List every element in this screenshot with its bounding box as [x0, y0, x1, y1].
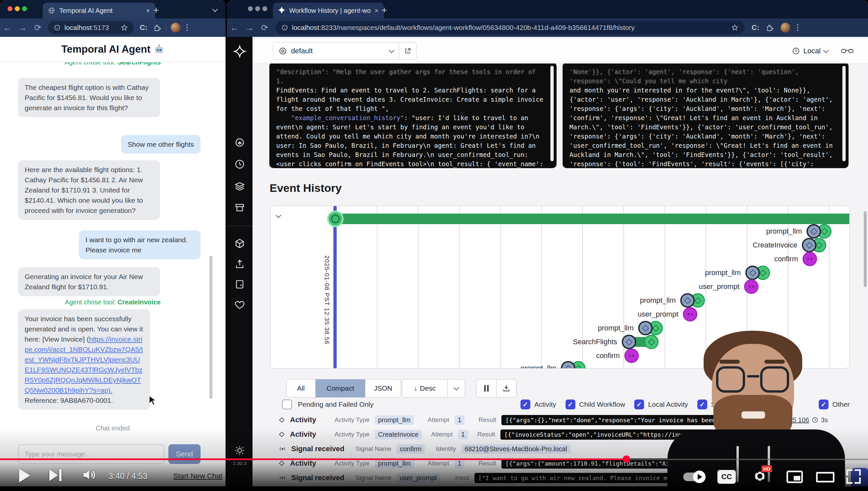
sidebar-batch-icon[interactable]: [234, 202, 245, 213]
puzzle-extensions-icon[interactable]: [153, 24, 161, 32]
close-tab-icon[interactable]: ×: [374, 7, 378, 15]
view-json-button[interactable]: JSON: [365, 379, 401, 397]
bookmark-star-icon[interactable]: [121, 24, 128, 31]
message-input[interactable]: Type your message...: [18, 444, 164, 464]
sort-options-chevron[interactable]: [448, 379, 465, 397]
local-activity-checkbox[interactable]: ✓: [634, 400, 644, 409]
signal-marker: [744, 280, 758, 294]
next-button[interactable]: [49, 469, 61, 481]
view-all-button[interactable]: All: [286, 379, 316, 397]
settings-button[interactable]: HD: [752, 469, 767, 485]
agent-message: Here are the available flight options: 1…: [18, 160, 160, 220]
forward-button[interactable]: →: [242, 23, 257, 33]
miniplayer-button[interactable]: [786, 470, 803, 483]
play-button[interactable]: [19, 469, 30, 483]
close-tab-icon[interactable]: ×: [146, 7, 150, 15]
progress-bar-remaining[interactable]: [626, 459, 868, 460]
namespace-icon: [278, 47, 287, 55]
sidebar-layers-icon[interactable]: [234, 180, 245, 192]
open-namespace-button[interactable]: [399, 42, 416, 60]
sidebar-feedback-heart-icon[interactable]: [234, 299, 245, 310]
browser-menu-icon[interactable]: [797, 24, 798, 31]
back-button[interactable]: ←: [0, 23, 15, 33]
namespace-select[interactable]: default: [273, 42, 399, 60]
volume-icon[interactable]: [82, 467, 97, 483]
timezone-select[interactable]: Local: [792, 47, 828, 55]
view-compact-button[interactable]: Compact: [316, 379, 365, 397]
new-tab-button[interactable]: +: [153, 5, 159, 16]
glasses: [760, 366, 789, 393]
close-window-button[interactable]: [7, 6, 12, 11]
pause-button[interactable]: [476, 379, 496, 397]
chat-scrollbar[interactable]: [210, 256, 212, 399]
fullscreen-button[interactable]: [846, 469, 861, 484]
temporal-logo-icon[interactable]: [232, 45, 247, 59]
collapse-timeline-chevron-icon[interactable]: [276, 212, 281, 218]
profile-avatar[interactable]: [780, 23, 790, 33]
sidebar-docs-icon[interactable]: [234, 279, 245, 290]
window-scrollbar[interactable]: [864, 211, 867, 287]
reload-button[interactable]: ⟳: [257, 23, 272, 33]
tab-search-chevron-icon[interactable]: [212, 7, 218, 12]
forward-button[interactable]: →: [15, 23, 30, 33]
code-panel-right[interactable]: 'None'}}, {'actor': 'agent', 'response':…: [563, 62, 848, 168]
sidebar-schedules-icon[interactable]: [234, 158, 245, 170]
new-tab-button[interactable]: +: [381, 5, 387, 16]
sidebar-workflows-icon[interactable]: [234, 137, 245, 148]
minimize-window-button[interactable]: [255, 6, 260, 11]
extension-icon[interactable]: C:: [140, 23, 147, 32]
zoom-window-button[interactable]: [22, 6, 27, 11]
puzzle-extensions-icon[interactable]: [766, 24, 774, 32]
url-host: localhost: [292, 24, 319, 31]
start-new-chat-link[interactable]: Start New Chat: [173, 472, 222, 481]
tab-temporal-ai-agent[interactable]: Temporal AI Agent ×: [43, 3, 155, 19]
theater-mode-button[interactable]: [816, 472, 834, 483]
sidebar-labs-cube-icon[interactable]: [234, 238, 245, 249]
code-panel-left[interactable]: "description": "Help the user gather arg…: [270, 62, 556, 168]
progress-bar-played[interactable]: [0, 458, 626, 460]
zoom-window-button[interactable]: [262, 6, 267, 11]
address-bar[interactable]: localhost:5173: [48, 21, 134, 34]
download-history-button[interactable]: [496, 379, 516, 397]
workflow-execution-bar[interactable]: [335, 213, 849, 224]
pending-failed-filter[interactable]: Pending and Failed Only: [282, 400, 373, 409]
user-message: I want to go with air new zealand. Pleas…: [79, 230, 200, 259]
browser-menu-icon[interactable]: [186, 24, 188, 31]
progress-playhead[interactable]: [623, 456, 630, 463]
send-button[interactable]: Send: [168, 444, 200, 464]
agent-message: Generating an invoice for your Air New Z…: [18, 267, 160, 296]
signal-marker: [683, 307, 698, 321]
invoice-link[interactable]: https://invoice.stripe.com/i/acct_1NBOLu…: [25, 335, 143, 394]
sidebar-import-icon[interactable]: [234, 258, 245, 269]
labs-glasses-icon[interactable]: [841, 47, 854, 55]
close-window-button[interactable]: [248, 6, 253, 11]
agent-message: The cheapest flight option is with Catha…: [18, 78, 160, 117]
theme-sun-icon[interactable]: [235, 445, 245, 456]
extension-icon[interactable]: C:: [752, 23, 759, 32]
clipped-code-line: 'None'}}, {'actor': 'agent', 'response':…: [569, 67, 837, 86]
pending-failed-checkbox[interactable]: [282, 400, 292, 409]
event-view-segmented-control: All Compact JSON: [286, 379, 401, 398]
left-browser-window: Temporal AI Agent × + ← → ⟳ localhost:51…: [0, 0, 225, 491]
video-letterbox: [0, 486, 868, 491]
minimize-window-button[interactable]: [15, 6, 20, 11]
tab-workflow-history[interactable]: Workflow History | agent-wor ×: [273, 3, 384, 19]
address-bar[interactable]: localhost:8233/namespaces/default/workfl…: [276, 21, 744, 34]
bookmark-star-icon[interactable]: [731, 24, 739, 31]
back-button[interactable]: ←: [227, 23, 242, 33]
autoplay-toggle[interactable]: [683, 472, 705, 481]
info-icon: [281, 24, 288, 31]
signal-marker: [624, 348, 639, 363]
sort-desc-button[interactable]: ↓ Desc: [402, 379, 448, 397]
reload-button[interactable]: ⟳: [30, 23, 45, 33]
code-scrollbar[interactable]: [550, 66, 554, 161]
profile-avatar[interactable]: [170, 23, 181, 33]
activity-scheduled-marker: [807, 224, 821, 239]
code-scrollbar[interactable]: [842, 66, 846, 161]
workflow-start-marker[interactable]: [327, 211, 344, 227]
child-workflow-checkbox[interactable]: ✓: [565, 400, 576, 409]
captions-button[interactable]: CC: [717, 470, 736, 484]
activity-scheduled-marker: [802, 238, 816, 252]
activity-checkbox[interactable]: ✓: [521, 400, 530, 409]
event-history-title: Event History: [270, 182, 342, 195]
